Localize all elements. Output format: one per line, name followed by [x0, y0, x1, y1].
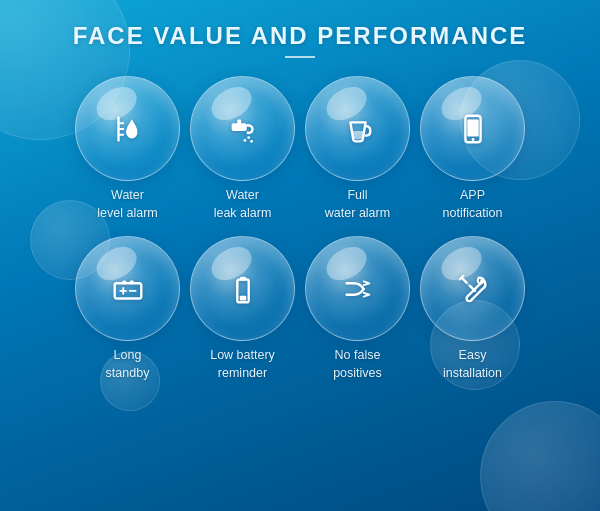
svg-rect-13	[122, 280, 126, 284]
page-title: FACE VALUE AND PERFORMANCE	[73, 22, 528, 50]
tools-icon	[454, 270, 492, 308]
feature-label-no-false-positives: No falsepositives	[333, 347, 382, 382]
water-level-icon	[109, 110, 147, 148]
bubble-app-notification	[420, 76, 525, 181]
feature-water-leak-alarm: Waterleak alarm	[190, 76, 295, 222]
bubble-no-false-positives	[305, 236, 410, 341]
svg-rect-14	[129, 280, 133, 284]
feature-full-water-alarm: Fullwater alarm	[305, 76, 410, 222]
water-leak-icon	[224, 110, 262, 148]
feature-water-level-alarm: Waterlevel alarm	[75, 76, 180, 222]
svg-rect-20	[239, 295, 246, 300]
feature-label-easy-installation: Easyinstallation	[443, 347, 502, 382]
bubble-full-water	[305, 76, 410, 181]
svg-rect-10	[467, 119, 478, 136]
svg-rect-12	[114, 283, 141, 298]
feature-label-water-level: Waterlevel alarm	[97, 187, 157, 222]
phone-icon	[454, 110, 492, 148]
feature-easy-installation: Easyinstallation	[420, 236, 525, 382]
svg-point-7	[243, 138, 246, 141]
feature-label-water-leak: Waterleak alarm	[214, 187, 272, 222]
feature-no-false-positives: No falsepositives	[305, 236, 410, 382]
feature-label-low-battery: Low batteryreminder	[210, 347, 275, 382]
svg-point-24	[466, 282, 469, 285]
bubble-water-level	[75, 76, 180, 181]
feature-label-long-standby: Longstandby	[106, 347, 150, 382]
bubble-long-standby	[75, 236, 180, 341]
bubble-water-leak	[190, 76, 295, 181]
features-grid: Waterlevel alarm Waterleak alarm	[55, 76, 545, 382]
shuffle-icon	[339, 270, 377, 308]
svg-point-8	[250, 139, 253, 142]
feature-label-full-water: Fullwater alarm	[325, 187, 390, 222]
svg-point-6	[247, 136, 250, 139]
feature-app-notification: APPnotification	[420, 76, 525, 222]
svg-rect-5	[237, 119, 241, 125]
feature-label-app-notification: APPnotification	[443, 187, 503, 222]
full-water-icon	[339, 110, 377, 148]
bubble-easy-installation	[420, 236, 525, 341]
feature-long-standby: Longstandby	[75, 236, 180, 382]
title-divider	[285, 56, 315, 58]
svg-point-11	[471, 138, 474, 141]
svg-rect-19	[240, 276, 246, 280]
battery-low-icon	[224, 270, 262, 308]
battery-full-icon	[109, 270, 147, 308]
bubble-low-battery	[190, 236, 295, 341]
feature-low-battery: Low batteryreminder	[190, 236, 295, 382]
